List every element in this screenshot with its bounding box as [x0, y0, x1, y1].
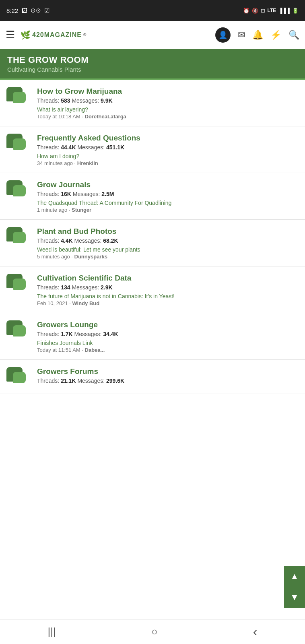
- mail-icon[interactable]: ✉: [238, 30, 245, 40]
- forum-icon: [6, 134, 31, 154]
- nav-left: ☰ 🌿 420MAGAZINE ®: [6, 29, 86, 41]
- forum-title[interactable]: Frequently Asked Questions: [37, 134, 299, 142]
- gallery-icon: 🖼: [21, 7, 27, 14]
- latest-thread-meta: Today at 11:51 AM · Dabea...: [37, 347, 299, 353]
- forum-content: Growers Lounge Threads: 1.7K Messages: 3…: [37, 320, 299, 353]
- forum-item: How to Grow Marijuana Threads: 583 Messa…: [0, 80, 305, 126]
- forum-list: How to Grow Marijuana Threads: 583 Messa…: [0, 80, 305, 394]
- threads-count: 4.4K: [61, 237, 73, 244]
- latest-time: 34 minutes ago: [37, 160, 73, 166]
- latest-user[interactable]: Windy Bud: [72, 300, 99, 306]
- latest-thread-title[interactable]: What is air layering?: [37, 106, 299, 113]
- latest-thread-title[interactable]: How am I doing?: [37, 153, 299, 159]
- latest-thread-meta: 1 minute ago · Stunger: [37, 207, 299, 213]
- latest-user[interactable]: Dunnysparks: [74, 254, 107, 260]
- forum-icon: [6, 180, 31, 200]
- scroll-buttons: ▲ ▼: [284, 566, 305, 608]
- latest-thread-title[interactable]: Finishes Journals Link: [37, 340, 299, 346]
- forum-item: Grow Journals Threads: 16K Messages: 2.5…: [0, 173, 305, 220]
- forum-stats: Threads: 583 Messages: 9.9K: [37, 97, 299, 104]
- hamburger-menu[interactable]: ☰: [6, 29, 15, 41]
- threads-label: Threads:: [37, 331, 61, 337]
- forum-title[interactable]: Growers Forums: [37, 367, 299, 376]
- bottom-menu-button[interactable]: |||: [48, 625, 56, 638]
- forum-stats: Threads: 1.7K Messages: 34.4K: [37, 331, 299, 337]
- messages-count: 34.4K: [103, 331, 118, 337]
- latest-user[interactable]: DoretheaLafarga: [85, 114, 126, 120]
- bell-icon[interactable]: 🔔: [252, 30, 263, 40]
- section-subtitle: Cultivating Cannabis Plants: [7, 66, 298, 73]
- forum-content: Plant and Bud Photos Threads: 4.4K Messa…: [37, 227, 299, 260]
- forum-title[interactable]: Plant and Bud Photos: [37, 227, 299, 236]
- bottom-home-button[interactable]: ○: [151, 625, 158, 638]
- forum-title[interactable]: Cultivation Scientific Data: [37, 274, 299, 283]
- forum-title[interactable]: Growers Lounge: [37, 320, 299, 329]
- latest-thread-title[interactable]: The future of Marijuana is not in Cannab…: [37, 293, 299, 299]
- user-avatar[interactable]: 👤: [215, 27, 231, 43]
- forum-title[interactable]: Grow Journals: [37, 180, 299, 189]
- latest-time: Feb 10, 2021: [37, 300, 68, 306]
- forum-item: Growers Forums Threads: 21.1K Messages: …: [0, 360, 305, 394]
- threads-label: Threads:: [37, 144, 61, 151]
- threads-label: Threads:: [37, 284, 61, 291]
- forum-icon: [6, 367, 31, 387]
- logo-leaf-icon: 🌿: [21, 30, 31, 40]
- scroll-down-button[interactable]: ▼: [284, 587, 305, 608]
- threads-label: Threads:: [37, 191, 61, 197]
- nav-right: 👤 ✉ 🔔 ⚡ 🔍: [215, 27, 299, 43]
- forum-content: Grow Journals Threads: 16K Messages: 2.5…: [37, 180, 299, 213]
- status-right: ⏰ 🔇 ⊡ LTE ▐▐▐ 🔋: [243, 8, 299, 14]
- threads-count: 16K: [61, 191, 71, 197]
- battery-saver-icon: ⊡: [261, 8, 265, 14]
- messages-label: Messages:: [77, 378, 106, 384]
- site-logo[interactable]: 🌿 420MAGAZINE ®: [21, 30, 86, 40]
- threads-label: Threads:: [37, 378, 61, 384]
- messages-label: Messages:: [74, 331, 103, 337]
- latest-user[interactable]: Hrenklin: [77, 160, 98, 166]
- lightning-icon[interactable]: ⚡: [270, 30, 281, 40]
- messages-label: Messages:: [73, 191, 102, 197]
- messages-count: 451.1K: [106, 144, 124, 151]
- forum-content: Growers Forums Threads: 21.1K Messages: …: [37, 367, 299, 386]
- threads-label: Threads:: [37, 237, 61, 244]
- latest-time: Today at 11:51 AM: [37, 347, 80, 353]
- scroll-up-button[interactable]: ▲: [284, 566, 305, 587]
- messages-count: 2.9K: [101, 284, 113, 291]
- logo-trademark: ®: [83, 33, 86, 37]
- latest-time: 5 minutes ago: [37, 254, 70, 260]
- bottom-nav: ||| ○ ‹: [0, 619, 305, 644]
- forum-item: Growers Lounge Threads: 1.7K Messages: 3…: [0, 313, 305, 360]
- forum-item: Cultivation Scientific Data Threads: 134…: [0, 266, 305, 313]
- voicemail-icon: ⊙⊙: [31, 7, 41, 14]
- latest-thread-meta: Feb 10, 2021 · Windy Bud: [37, 300, 299, 306]
- forum-item: Frequently Asked Questions Threads: 44.4…: [0, 126, 305, 173]
- threads-count: 21.1K: [61, 378, 76, 384]
- forum-icon: [6, 274, 31, 294]
- forum-icon: [6, 227, 31, 247]
- latest-time: 1 minute ago: [37, 207, 67, 213]
- latest-thread-title[interactable]: The Quadsquad Thread: A Community For Qu…: [37, 200, 299, 206]
- forum-icon: [6, 87, 31, 107]
- latest-user[interactable]: Dabea...: [85, 347, 105, 353]
- forum-title[interactable]: How to Grow Marijuana: [37, 87, 299, 96]
- messages-count: 2.5M: [101, 191, 114, 197]
- lte-label: LTE: [268, 8, 276, 13]
- latest-user[interactable]: Stunger: [72, 207, 91, 213]
- bubble-front: [13, 279, 26, 290]
- status-left: 8:22 🖼 ⊙⊙ ☑: [6, 7, 49, 14]
- check-icon: ☑: [44, 7, 49, 14]
- search-icon[interactable]: 🔍: [289, 30, 299, 40]
- forum-stats: Threads: 16K Messages: 2.5M: [37, 191, 299, 197]
- messages-label: Messages:: [72, 97, 101, 104]
- signal-icon: ▐▐▐: [278, 8, 290, 14]
- mute-icon: 🔇: [252, 8, 258, 14]
- alarm-icon: ⏰: [243, 8, 249, 14]
- bottom-back-button[interactable]: ‹: [253, 624, 258, 639]
- threads-count: 1.7K: [61, 331, 73, 337]
- messages-label: Messages:: [77, 144, 106, 151]
- forum-stats: Threads: 134 Messages: 2.9K: [37, 284, 299, 291]
- status-bar: 8:22 🖼 ⊙⊙ ☑ ⏰ 🔇 ⊡ LTE ▐▐▐ 🔋: [0, 0, 305, 21]
- latest-thread-title[interactable]: Weed is beautiful: Let me see your plant…: [37, 246, 299, 253]
- forum-content: Frequently Asked Questions Threads: 44.4…: [37, 134, 299, 166]
- bubble-front: [13, 232, 26, 243]
